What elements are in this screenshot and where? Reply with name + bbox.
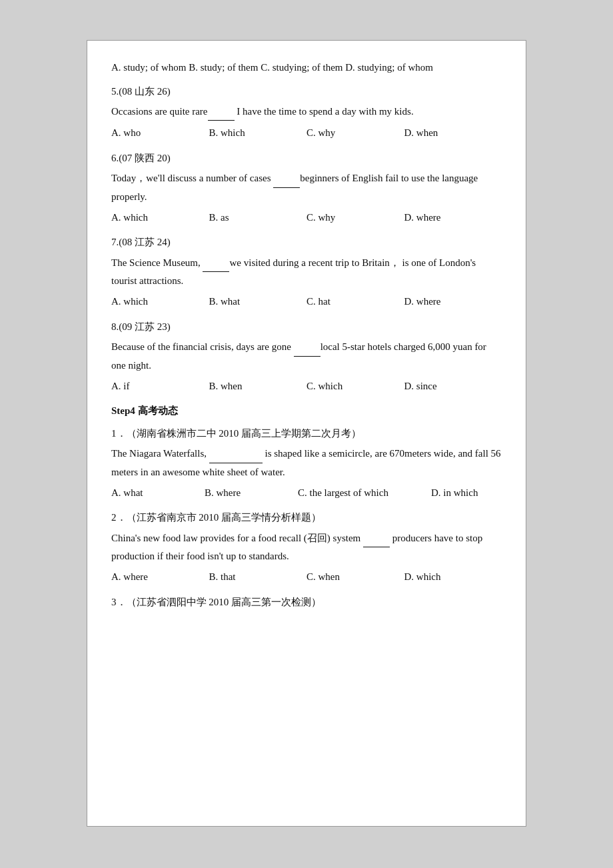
sq2-options: A. where B. that C. when D. which [111, 569, 502, 586]
q8-option-b: B. when [209, 378, 307, 395]
sub-question-3: 3．（江苏省泗阳中学 2010 届高三第一次检测） [111, 594, 502, 611]
sq1-option-a: A. what [111, 485, 205, 502]
sq1-options: A. what B. where C. the largest of which… [111, 485, 502, 502]
q8-blank [294, 338, 320, 356]
sq1-number: 1．（湖南省株洲市二中 2010 届高三上学期第二次月考） [111, 425, 502, 443]
sub-question-2: 2．（江苏省南京市 2010 届高三学情分析样题） China's new fo… [111, 509, 502, 586]
q8-option-d: D. since [404, 378, 502, 395]
q5-text: Occasions are quite rare I have the time… [111, 103, 502, 121]
q7-number: 7.(08 江苏 24) [111, 234, 502, 251]
sq2-blank [363, 529, 390, 547]
q5-options: A. who B. which C. why D. when [111, 125, 502, 142]
page-container: A. study; of whom B. study; of them C. s… [87, 40, 526, 827]
q6-option-c: C. why [306, 209, 404, 227]
q8-number: 8.(09 江苏 23) [111, 319, 502, 336]
q7-option-b: B. what [209, 293, 307, 311]
question-5: 5.(08 山东 26) Occasions are quite rare I … [111, 83, 502, 142]
q6-text: Today，we'll discuss a number of cases be… [111, 169, 502, 205]
top-line: A. study; of whom B. study; of them C. s… [111, 59, 502, 77]
q7-option-c: C. hat [306, 293, 404, 311]
q6-options: A. which B. as C. why D. where [111, 209, 502, 227]
q8-option-c: C. which [306, 378, 404, 395]
step4-header: Step4 高考动态 [111, 403, 502, 420]
q7-text: The Science Museum, we visited during a … [111, 254, 502, 290]
q7-option-d: D. where [404, 293, 502, 311]
q5-option-a: A. who [111, 125, 209, 142]
q6-blank [273, 169, 300, 187]
sub-question-1: 1．（湖南省株洲市二中 2010 届高三上学期第二次月考） The Niagar… [111, 425, 502, 502]
sq2-number: 2．（江苏省南京市 2010 届高三学情分析样题） [111, 509, 502, 527]
q5-number: 5.(08 山东 26) [111, 83, 502, 101]
sq1-text: The Niagara Waterfalls, is shaped like a… [111, 445, 502, 481]
q7-options: A. which B. what C. hat D. where [111, 293, 502, 311]
q6-option-b: B. as [209, 209, 307, 227]
q5-option-c: C. why [306, 125, 404, 142]
sq1-option-b: B. where [205, 485, 298, 502]
sq1-option-c: C. the largest of which [298, 485, 431, 502]
sq2-text: China's new food law provides for a food… [111, 529, 502, 565]
question-6: 6.(07 陕西 20) Today，we'll discuss a numbe… [111, 150, 502, 227]
q7-option-a: A. which [111, 293, 209, 311]
sq3-number: 3．（江苏省泗阳中学 2010 届高三第一次检测） [111, 594, 502, 611]
q6-number: 6.(07 陕西 20) [111, 150, 502, 167]
question-8: 8.(09 江苏 23) Because of the financial cr… [111, 319, 502, 395]
sq2-option-c: C. when [306, 569, 404, 586]
question-7: 7.(08 江苏 24) The Science Museum, we visi… [111, 234, 502, 311]
sq1-option-d: D. in which [431, 485, 524, 502]
sq2-option-b: B. that [209, 569, 307, 586]
q6-option-a: A. which [111, 209, 209, 227]
q8-options: A. if B. when C. which D. since [111, 378, 502, 395]
q6-option-d: D. where [404, 209, 502, 227]
q8-text: Because of the financial crisis, days ar… [111, 338, 502, 374]
q5-option-b: B. which [209, 125, 307, 142]
q5-blank [208, 103, 235, 121]
q8-option-a: A. if [111, 378, 209, 395]
q7-blank [203, 254, 229, 272]
sq2-option-a: A. where [111, 569, 209, 586]
sq1-blank [209, 445, 263, 463]
q5-option-d: D. when [404, 125, 502, 142]
sq2-option-d: D. which [404, 569, 502, 586]
